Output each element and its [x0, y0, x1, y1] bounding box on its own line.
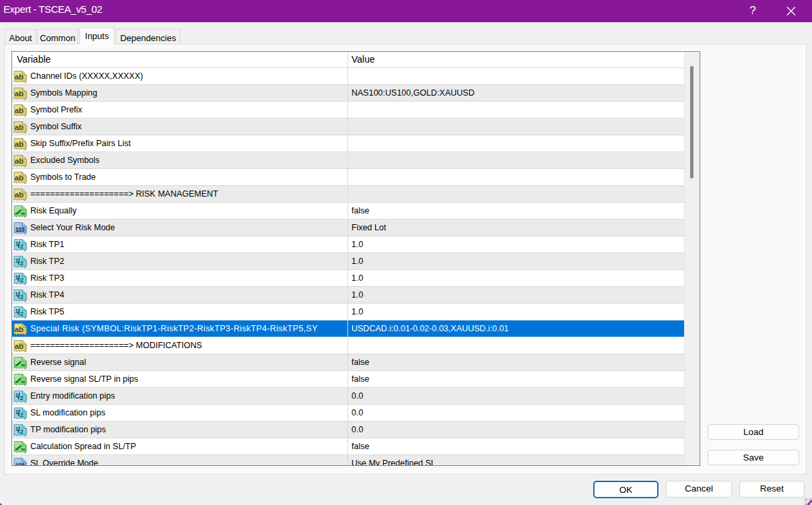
svg-text:123: 123	[15, 461, 25, 466]
svg-text:ab: ab	[15, 157, 24, 165]
svg-text:2: 2	[20, 411, 24, 418]
svg-text:2: 2	[20, 293, 24, 300]
svg-text:ab: ab	[15, 325, 24, 333]
svg-text:2: 2	[20, 276, 24, 283]
svg-text:2: 2	[20, 394, 24, 401]
svg-text:ab: ab	[15, 90, 24, 98]
svg-text:2: 2	[20, 259, 24, 267]
svg-text:ab: ab	[15, 73, 24, 81]
svg-text:2: 2	[20, 242, 24, 250]
svg-text:2: 2	[20, 428, 24, 435]
svg-text:ab: ab	[15, 123, 24, 131]
svg-text:ab: ab	[15, 106, 24, 114]
svg-text:2: 2	[20, 310, 24, 317]
svg-text:ab: ab	[15, 191, 24, 199]
svg-text:ab: ab	[15, 174, 24, 182]
svg-text:123: 123	[15, 226, 25, 233]
svg-text:ab: ab	[15, 140, 24, 148]
svg-text:ab: ab	[15, 342, 24, 350]
